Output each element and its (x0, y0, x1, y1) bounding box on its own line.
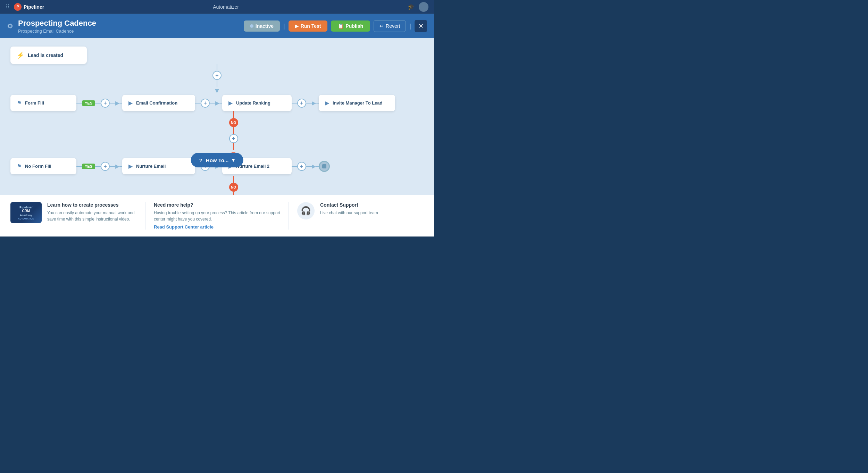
yes-path-row: ⚑ Form Fill YES + ▶ ▶ Email Confirmation (10, 95, 424, 111)
video-title: Learn how to create processes (47, 202, 137, 208)
settings-icon[interactable]: ⚙ (7, 22, 13, 30)
h-line-4 (119, 103, 122, 103)
inactive-button[interactable]: Inactive (244, 20, 280, 32)
email-confirmation-node[interactable]: ▶ Email Confirmation (122, 95, 195, 111)
v-line-1 (217, 64, 217, 71)
contact-support-title: Contact Support (320, 202, 378, 208)
workflow-canvas: ⚡ Lead is created + ▼ ⚑ Form Fill (0, 38, 434, 195)
connector-5: + ▶ (292, 162, 319, 171)
help-section-article: Need more help? Having trouble setting u… (145, 202, 289, 230)
filter-icon-1: ⚑ (17, 100, 22, 106)
h-line-13 (110, 166, 115, 167)
arrow-right-4: ▶ (115, 163, 119, 169)
nurture-email-node[interactable]: ▶ Nurture Email (122, 158, 195, 174)
connector-3: + ▶ (292, 99, 319, 108)
v-line-red-1 (233, 111, 234, 118)
thumb-logo-text: Pipeliner CRM Academy AUTOMATION (18, 206, 34, 220)
how-to-button[interactable]: ? How To... ▾ (191, 153, 243, 167)
v-line-red-5 (233, 192, 234, 195)
connector-2: + ▶ (195, 99, 222, 108)
play-icon-1: ▶ (128, 100, 133, 106)
update-ranking-node[interactable]: ▶ Update Ranking (222, 95, 292, 111)
yes-badge-2: YES (82, 164, 95, 169)
h-line-9 (306, 103, 312, 103)
publish-button[interactable]: 📋 Publish (331, 20, 370, 32)
h-line-8 (292, 103, 297, 103)
inactive-dot (250, 24, 253, 28)
close-button[interactable]: ✕ (415, 20, 427, 32)
v-line-red-4 (233, 176, 234, 183)
no-path-connector: NO + ▼ (43, 111, 424, 158)
question-icon: ? (199, 157, 202, 163)
h-line-10 (316, 103, 319, 103)
graduation-icon[interactable]: 🎓 (408, 3, 415, 10)
add-button-5[interactable]: + (297, 162, 306, 171)
header-left: ⚙ Prospecting Cadence Prospecting Email … (7, 19, 96, 34)
no-badge-2: NO (229, 183, 238, 192)
v-line-red-2 (233, 127, 234, 134)
v-line-red-3 (233, 143, 234, 150)
yes-connector-2: YES + ▶ (76, 162, 122, 171)
no-v-connector: NO + ▼ (43, 111, 424, 158)
invite-manager-node[interactable]: ▶ Invite Manager To Lead (319, 95, 395, 111)
add-button-1[interactable]: + (212, 71, 222, 80)
h-line-3 (110, 103, 115, 103)
add-button-no[interactable]: + (229, 134, 238, 143)
publish-icon: 📋 (338, 23, 344, 29)
trigger-to-row1-connector: + ▼ (10, 64, 424, 95)
support-center-link[interactable]: Read Support Center article (154, 224, 280, 230)
h-line-19 (306, 166, 312, 167)
add-button-3[interactable]: + (297, 99, 306, 108)
app-logo: P Pipeliner (14, 3, 44, 11)
play-icon-3: ▶ (325, 100, 329, 106)
add-button-yes-1[interactable]: + (101, 99, 110, 108)
arrow-down-1: ▼ (214, 87, 220, 95)
workflow-title: Prospecting Cadence (18, 19, 96, 28)
support-text-group: Contact Support Live chat with our suppo… (320, 202, 378, 216)
play-icon: ▶ (295, 23, 299, 29)
yes-connector: YES + ▶ (76, 99, 122, 108)
no-badge-1: NO (229, 118, 238, 127)
yes-badge: YES (82, 100, 95, 106)
user-avatar[interactable] (419, 2, 428, 12)
second-no-connector: NO (43, 176, 424, 195)
divider-1: | (283, 23, 285, 30)
nav-right: 🎓 (408, 2, 428, 12)
run-test-button[interactable]: ▶ Run Test (289, 20, 327, 32)
video-thumbnail[interactable]: Pipeliner CRM Academy AUTOMATION (10, 202, 42, 223)
v-line-2 (217, 80, 217, 87)
help-section-video: Pipeliner CRM Academy AUTOMATION Learn h… (10, 202, 145, 230)
trigger-node[interactable]: ⚡ Lead is created (10, 47, 87, 64)
more-help-title: Need more help? (154, 202, 280, 208)
help-section-support: 🎧 Contact Support Live chat with our sup… (289, 202, 424, 230)
main-window: ⚙ Prospecting Cadence Prospecting Email … (0, 14, 434, 236)
h-line-1 (76, 103, 82, 103)
filter-icon-2: ⚑ (17, 163, 22, 169)
page-title: Automatizer (213, 4, 239, 10)
revert-button[interactable]: ↩ Revert (374, 20, 406, 32)
more-help-desc: Having trouble setting up your process? … (154, 210, 280, 222)
video-desc: You can easily automate your manual work… (47, 210, 137, 222)
arrow-right-3: ▶ (312, 100, 316, 106)
grid-icon[interactable]: ⠿ (6, 3, 10, 10)
no-form-fill-node[interactable]: ⚑ No Form Fill (10, 158, 76, 174)
stop-node (319, 161, 330, 172)
headset-icon: 🎧 (297, 202, 315, 219)
add-button-2[interactable]: + (201, 99, 210, 108)
lightning-icon: ⚡ (17, 51, 24, 59)
arrow-right-6: ▶ (312, 163, 316, 169)
h-line-11 (76, 166, 82, 167)
form-fill-node[interactable]: ⚑ Form Fill (10, 95, 76, 111)
add-button-yes-2[interactable]: + (101, 162, 110, 171)
arrow-right-2: ▶ (215, 100, 219, 106)
play-icon-2: ▶ (228, 100, 233, 106)
video-text-group: Learn how to create processes You can ea… (47, 202, 137, 222)
app-name: Pipeliner (24, 4, 44, 10)
title-group: Prospecting Cadence Prospecting Email Ca… (18, 19, 96, 34)
h-line-7 (219, 103, 222, 103)
h-line-18 (292, 166, 297, 167)
chevron-down-icon: ▾ (232, 157, 235, 163)
h-line-20 (316, 166, 319, 167)
divider-2: | (409, 23, 411, 30)
top-nav: ⠿ P Pipeliner Automatizer 🎓 (0, 0, 434, 14)
